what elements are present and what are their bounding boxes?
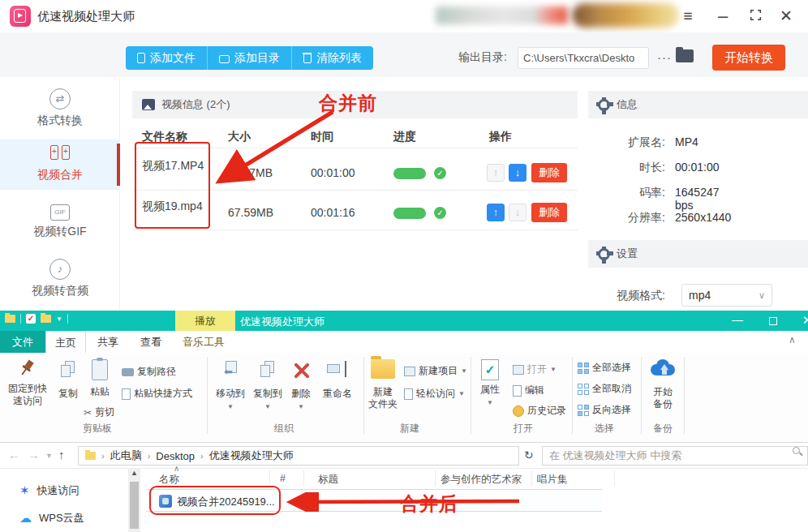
clear-list-button[interactable]: 清除列表 <box>291 46 373 70</box>
move-to-button[interactable]: ⬅ 移动到 ▼ <box>213 361 248 411</box>
select-all-button[interactable]: 全部选择 <box>578 361 631 375</box>
scroll-up-icon[interactable]: ▲ <box>128 469 140 477</box>
add-directory-button[interactable]: 添加目录 <box>207 46 291 70</box>
search-icon[interactable] <box>793 447 800 454</box>
col-name[interactable]: 名称 <box>159 473 179 487</box>
new-item-button[interactable]: 新建项目 ▼ <box>404 364 467 378</box>
folder-icon[interactable] <box>5 315 15 323</box>
tab-view[interactable]: 查看 <box>130 331 172 353</box>
open-button[interactable]: 打开 ▼ <box>513 363 557 376</box>
recent-locations-icon[interactable]: ▼ <box>45 452 53 460</box>
paste-button[interactable]: 粘贴 <box>84 359 115 398</box>
tab-file[interactable]: 文件 <box>0 331 45 353</box>
explorer-titlebar: ✓ ▼ <box>0 311 808 331</box>
paste-shortcut-button[interactable]: 粘贴快捷方式 <box>122 387 192 401</box>
sidebar-item-wps-cloud[interactable]: ☁ WPS云盘 <box>19 511 84 526</box>
col-progress[interactable]: 进度 <box>393 130 416 144</box>
col-artists[interactable]: 参与创作的艺术家 <box>441 473 522 487</box>
scissors-icon: ✂ <box>84 407 92 418</box>
output-dir-input[interactable]: C:\Users\Tkxcra\Deskto <box>518 47 649 69</box>
address-bar-row: ← → ▼ ↑ › 此电脑 › Desktop › 优速视频处理大师 ↻ 在 优… <box>0 443 808 469</box>
forward-icon[interactable]: → <box>28 448 40 461</box>
copy-to-icon <box>260 361 276 380</box>
gear-icon <box>598 99 610 111</box>
start-convert-button[interactable]: 开始转换 <box>712 45 785 71</box>
new-folder-button[interactable]: 新建 文件夹 <box>365 359 401 410</box>
explorer-close-button[interactable]: ✕ <box>798 313 808 328</box>
copy-button[interactable]: 复制 <box>54 361 83 400</box>
delete-button[interactable]: 删除 ▼ <box>287 361 315 411</box>
file-icon <box>137 53 145 63</box>
move-up-button[interactable]: ↑ <box>487 204 505 221</box>
scrollbar[interactable]: ▲ <box>128 469 140 532</box>
delete-row-button[interactable]: 删除 <box>531 163 567 182</box>
move-to-icon: ⬅ <box>222 361 239 380</box>
file-size-cell: 67.59MB <box>228 206 273 219</box>
tab-music-tools[interactable]: 音乐工具 <box>172 331 235 353</box>
redacted-badge-area <box>572 3 679 28</box>
easy-access-button[interactable]: 轻松访问 ▼ <box>404 387 465 401</box>
folder-icon <box>85 452 96 460</box>
search-input[interactable]: 在 优速视频处理大师 中搜索 <box>542 446 808 466</box>
sidebar-item-video-to-audio[interactable]: ♪ 视频转音频 <box>0 259 120 298</box>
menu-icon[interactable]: ≡ <box>677 6 698 26</box>
breadcrumb-current-folder[interactable]: 优速视频处理大师 <box>209 448 294 463</box>
video-format-select[interactable]: mp4 ∨ <box>681 284 772 307</box>
move-down-button[interactable]: ↓ <box>509 164 526 182</box>
history-button[interactable]: 历史记录 <box>513 404 566 418</box>
explorer-maximize-button[interactable] <box>764 313 782 328</box>
address-bar[interactable]: › 此电脑 › Desktop › 优速视频处理大师 <box>78 446 519 466</box>
invert-selection-button[interactable]: 反向选择 <box>578 403 631 417</box>
scroll-thumb[interactable] <box>130 482 139 529</box>
browse-more-button[interactable]: ··· <box>654 47 675 69</box>
sidebar-item-quick-access[interactable]: ✶ 快速访问 <box>19 483 80 498</box>
refresh-icon[interactable]: ↻ <box>524 448 534 461</box>
sidebar-item-video-merge[interactable]: 视频合并 <box>0 145 120 182</box>
copy-path-button[interactable]: 复制路径 <box>122 365 176 379</box>
app-toolbar: 添加文件 添加目录 清除列表 输出目录: C:\Users\Tkxcra\Des… <box>0 32 808 77</box>
breadcrumb-desktop[interactable]: Desktop <box>156 450 195 462</box>
back-icon[interactable]: ← <box>8 448 20 461</box>
pin-to-quick-access-button[interactable]: 固定到快 速访问 <box>5 359 50 407</box>
copy-to-button[interactable]: 复制到 ▼ <box>250 361 286 411</box>
cut-button[interactable]: ✂ 剪切 <box>84 405 114 419</box>
start-backup-button[interactable]: 开始 备份 <box>646 359 680 410</box>
easy-access-icon <box>404 388 413 400</box>
properties-check-icon[interactable]: ✓ <box>26 314 36 324</box>
info-panel: 信息 扩展名: MP4 时长: 00:01:00 码率: 1645247 bps… <box>588 91 808 315</box>
up-icon[interactable]: ↑ <box>58 448 65 461</box>
chevron-down-icon: ∨ <box>759 285 765 306</box>
explorer-minimize-button[interactable]: — <box>728 313 746 326</box>
collapse-ribbon-icon[interactable]: ∧ <box>789 334 796 345</box>
minimize-button[interactable]: – <box>712 6 733 26</box>
sidebar-item-format-convert[interactable]: ⇄ 格式转换 <box>0 88 120 128</box>
edit-button[interactable]: 编辑 <box>513 384 544 397</box>
delete-row-button[interactable]: 删除 <box>531 203 567 222</box>
check-icon: ✓ <box>434 207 446 219</box>
col-title[interactable]: 标题 <box>318 473 338 487</box>
breadcrumb-this-pc[interactable]: 此电脑 <box>110 448 142 463</box>
file-actions-group: 添加文件 添加目录 清除列表 <box>126 46 373 70</box>
folder-icon[interactable] <box>41 315 51 323</box>
move-down-button[interactable]: ↓ <box>509 204 526 221</box>
col-number[interactable]: # <box>280 473 286 484</box>
properties-button[interactable]: ✓ 属性 ▼ <box>475 359 505 407</box>
sidebar-item-video-to-gif[interactable]: GIF 视频转GIF <box>0 204 120 239</box>
tab-share[interactable]: 共享 <box>86 331 130 353</box>
contextual-tab-playback[interactable]: 播放 <box>175 311 235 331</box>
add-file-button[interactable]: 添加文件 <box>126 46 207 70</box>
col-album[interactable]: 唱片集 <box>537 473 568 487</box>
quick-access-toolbar: ✓ ▼ <box>5 314 68 324</box>
maximize-button[interactable] <box>745 6 766 26</box>
rename-button[interactable]: 重命名 <box>316 361 359 400</box>
chevron-down-icon[interactable]: ▼ <box>56 315 62 323</box>
select-none-button[interactable]: 全部取消 <box>578 382 631 396</box>
chevron-down-icon: ▼ <box>550 366 557 373</box>
video-to-gif-icon: GIF <box>50 204 70 221</box>
tab-home[interactable]: 主页 <box>45 331 86 353</box>
close-button[interactable]: ✕ <box>776 6 797 26</box>
col-action[interactable]: 操作 <box>489 130 512 144</box>
annotation-arrow-after <box>282 492 526 512</box>
move-up-button[interactable]: ↑ <box>487 164 505 182</box>
open-folder-icon[interactable] <box>676 49 694 62</box>
